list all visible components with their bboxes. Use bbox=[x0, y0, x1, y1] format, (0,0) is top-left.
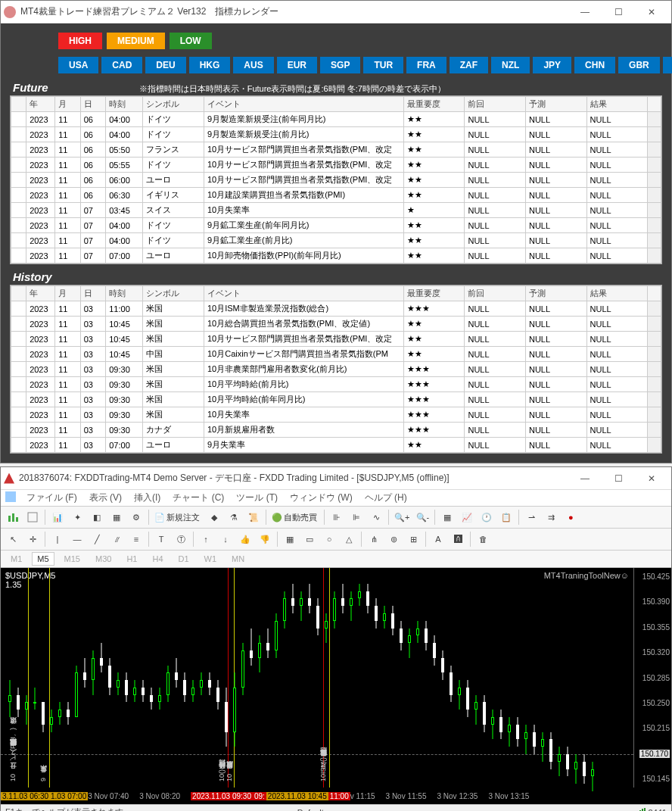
country-button-che[interactable]: CHE bbox=[663, 57, 672, 73]
table-row[interactable]: 2023110606:30 イギリス10月建設業購買担当者景気指数(PMI)★★… bbox=[11, 188, 661, 203]
metaeditor-icon[interactable]: ◆ bbox=[205, 508, 223, 526]
timeframe-w1[interactable]: W1 bbox=[199, 552, 222, 566]
col-header[interactable]: 時刻 bbox=[106, 286, 143, 301]
data-window-icon[interactable]: ◧ bbox=[88, 508, 106, 526]
cycle-icon[interactable]: ⊚ bbox=[384, 530, 403, 548]
maximize-button[interactable]: ☐ bbox=[602, 468, 635, 489]
col-header[interactable]: 最重要度 bbox=[403, 97, 465, 112]
close-button[interactable]: ✕ bbox=[635, 468, 668, 489]
table-row[interactable]: 2023110307:00 ユーロ9月失業率★★ NULLNULLNULL bbox=[11, 438, 661, 453]
scrollbar[interactable] bbox=[648, 347, 661, 362]
options-icon[interactable]: ⚗ bbox=[225, 508, 243, 526]
timeframe-mn[interactable]: MN bbox=[226, 552, 250, 566]
country-button-deu[interactable]: DEU bbox=[145, 57, 185, 73]
line-chart-icon[interactable]: ∿ bbox=[367, 508, 385, 526]
cursor-icon[interactable]: ↖ bbox=[4, 530, 22, 548]
text-label-icon[interactable]: Ⓣ bbox=[172, 530, 190, 548]
col-header[interactable]: 年 bbox=[26, 286, 55, 301]
table-row[interactable]: 2023110704:00 ドイツ9月鉱工業生産(前月比)★★ NULLNULL… bbox=[11, 233, 661, 248]
new-order-button[interactable]: 📄新規注文 bbox=[152, 508, 204, 526]
timeframe-m15[interactable]: M15 bbox=[59, 552, 86, 566]
table-row[interactable]: 2023110604:00 ドイツ9月製造業新規受注(前月比)★★ NULLNU… bbox=[11, 127, 661, 142]
bar-chart-icon[interactable]: ⊪ bbox=[328, 508, 346, 526]
indicators-icon[interactable]: 📈 bbox=[458, 508, 476, 526]
col-header[interactable]: シンボル bbox=[143, 286, 204, 301]
table-row[interactable]: 2023110707:00 ユーロ10月卸売物価指数(PPI)(前年同月比)★★… bbox=[11, 248, 661, 264]
col-header[interactable] bbox=[648, 97, 661, 112]
strategy-tester-icon[interactable]: ⚙ bbox=[127, 508, 145, 526]
scrollbar[interactable] bbox=[648, 423, 661, 438]
terminal-icon[interactable]: ▦ bbox=[107, 508, 126, 526]
scrollbar[interactable] bbox=[648, 233, 661, 248]
table-row[interactable]: 2023110703:45 スイス10月失業率★ NULLNULLNULL bbox=[11, 203, 661, 218]
new-chart-icon[interactable] bbox=[4, 508, 22, 526]
col-header[interactable]: 結果 bbox=[586, 97, 648, 112]
history-icon[interactable]: 📜 bbox=[244, 508, 263, 526]
tile-icon[interactable]: ▦ bbox=[438, 508, 456, 526]
table-row[interactable]: 2023110309:30 米国10月平均時給(前年同月比)★★★ NULLNU… bbox=[11, 392, 661, 407]
timeframe-m1[interactable]: M1 bbox=[5, 552, 27, 566]
country-button-nzl[interactable]: NZL bbox=[491, 57, 530, 73]
label-tool-icon[interactable]: 🅰 bbox=[449, 530, 467, 548]
col-header[interactable]: 結果 bbox=[586, 286, 648, 301]
col-header[interactable] bbox=[648, 286, 661, 301]
scrollbar[interactable] bbox=[648, 127, 661, 142]
channel-icon[interactable]: ⫽ bbox=[107, 530, 126, 548]
timeframe-m30[interactable]: M30 bbox=[90, 552, 117, 566]
menu-item[interactable]: ファイル (F) bbox=[26, 492, 77, 503]
scrollbar[interactable] bbox=[648, 438, 661, 453]
close-button[interactable]: ✕ bbox=[635, 2, 668, 23]
trendline-icon[interactable]: ╱ bbox=[88, 530, 106, 548]
table-row[interactable]: 2023110605:55 ドイツ10月サービス部門購買担当者景気指数(PMI、… bbox=[11, 158, 661, 173]
scrollbar[interactable] bbox=[648, 218, 661, 233]
col-header[interactable]: 日 bbox=[80, 97, 106, 112]
col-header[interactable]: 年 bbox=[26, 97, 55, 112]
menu-item[interactable]: 表示 (V) bbox=[89, 492, 122, 503]
col-header[interactable]: 予測 bbox=[525, 286, 586, 301]
thumbs-down-icon[interactable]: 👎 bbox=[256, 530, 274, 548]
autotrading-button[interactable]: 🟢自動売買 bbox=[269, 508, 321, 526]
col-header[interactable]: 前回 bbox=[465, 97, 526, 112]
col-header[interactable]: イベント bbox=[204, 286, 403, 301]
scrollbar[interactable] bbox=[648, 407, 661, 423]
menu-item[interactable]: チャート (C) bbox=[173, 492, 224, 503]
col-header[interactable]: 前回 bbox=[465, 286, 526, 301]
scrollbar[interactable] bbox=[648, 158, 661, 173]
minimize-button[interactable]: — bbox=[568, 468, 602, 489]
timeframe-d1[interactable]: D1 bbox=[173, 552, 194, 566]
table-row[interactable]: 2023110311:00 米国10月ISM非製造業景況指数(総合)★★★ NU… bbox=[11, 301, 661, 317]
profiles-icon[interactable] bbox=[23, 508, 42, 526]
country-button-tur[interactable]: TUR bbox=[363, 57, 403, 73]
vertical-line-icon[interactable]: | bbox=[48, 530, 67, 548]
table-row[interactable]: 2023110605:50 フランス10月サービス部門購買担当者景気指数(PMI… bbox=[11, 142, 661, 158]
scrollbar[interactable] bbox=[648, 362, 661, 377]
gann-icon[interactable]: ⊞ bbox=[404, 530, 422, 548]
col-header[interactable] bbox=[11, 97, 26, 112]
arrow-up-icon[interactable]: ↑ bbox=[197, 530, 215, 548]
medium-button[interactable]: MEDIUM bbox=[107, 33, 165, 49]
menu-item[interactable]: ヘルプ (H) bbox=[365, 492, 407, 503]
scrollbar[interactable] bbox=[648, 301, 661, 317]
high-button[interactable]: HIGH bbox=[58, 33, 102, 49]
scrollbar[interactable] bbox=[648, 332, 661, 347]
scrollbar[interactable] bbox=[648, 392, 661, 407]
scrollbar[interactable] bbox=[648, 377, 661, 392]
templates-icon[interactable]: 📋 bbox=[497, 508, 515, 526]
col-header[interactable]: 最重要度 bbox=[403, 286, 465, 301]
col-header[interactable] bbox=[11, 286, 26, 301]
minimize-button[interactable]: — bbox=[568, 2, 602, 23]
menu-item[interactable]: ツール (T) bbox=[236, 492, 278, 503]
scrollbar[interactable] bbox=[648, 248, 661, 264]
scrollbar[interactable] bbox=[648, 203, 661, 218]
zoom-out-icon[interactable]: 🔍- bbox=[413, 508, 431, 526]
country-button-aus[interactable]: AUS bbox=[233, 57, 273, 73]
titlebar[interactable]: MT4裁量トレード練習君プレミアム２ Ver132 指標カレンダー — ☐ ✕ bbox=[1, 1, 671, 23]
country-button-gbr[interactable]: GBR bbox=[618, 57, 660, 73]
thumbs-up-icon[interactable]: 👍 bbox=[236, 530, 254, 548]
scrollbar[interactable] bbox=[648, 173, 661, 188]
table-row[interactable]: 2023110310:45 中国10月Caixinサービス部門購買担当者景気指数… bbox=[11, 347, 661, 362]
menu-item[interactable]: ウィンドウ (W) bbox=[290, 492, 353, 503]
maximize-button[interactable]: ☐ bbox=[602, 2, 635, 23]
low-button[interactable]: LOW bbox=[170, 33, 212, 49]
grid-icon[interactable]: ▦ bbox=[281, 530, 299, 548]
